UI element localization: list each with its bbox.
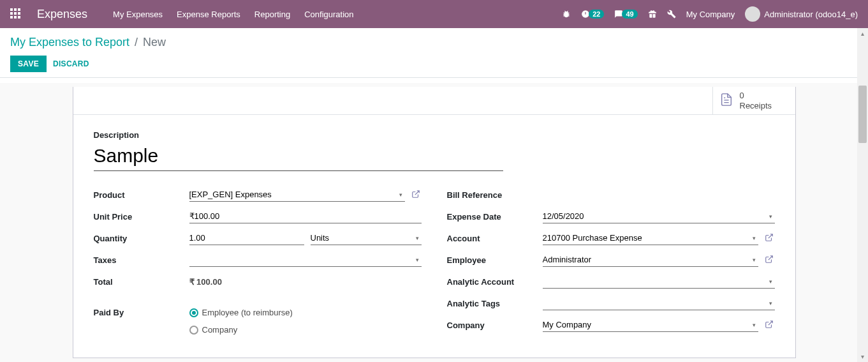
gift-icon[interactable] (648, 10, 657, 19)
breadcrumb: My Expenses to Report / New (10, 36, 858, 49)
analytic-account-label: Analytic Account (447, 277, 543, 287)
right-column: Bill Reference Expense Date ▾ Account (447, 186, 775, 345)
analytic-tags-label: Analytic Tags (447, 299, 543, 308)
tools-icon[interactable] (667, 10, 676, 19)
receipts-count: 0 (740, 91, 772, 101)
discard-button[interactable]: DISCARD (53, 59, 89, 68)
company-switcher[interactable]: My Company (686, 10, 735, 19)
external-link-icon[interactable] (765, 233, 775, 244)
employee-label: Employee (447, 255, 543, 265)
analytic-tags-input[interactable] (543, 296, 775, 310)
messages-button[interactable]: 49 (614, 10, 637, 19)
taxes-input[interactable] (189, 253, 422, 267)
breadcrumb-current: New (143, 36, 166, 49)
paid-by-company-radio[interactable]: Company (189, 325, 238, 335)
messages-badge: 49 (622, 10, 637, 19)
product-label: Product (94, 190, 189, 200)
scroll-up-icon[interactable]: ▴ (857, 28, 868, 39)
external-link-icon[interactable] (765, 320, 775, 331)
unit-price-label: Unit Price (94, 212, 189, 222)
account-label: Account (447, 234, 543, 243)
debug-icon[interactable] (562, 10, 571, 19)
bill-ref-label: Bill Reference (447, 190, 543, 200)
paid-by-employee-radio[interactable]: Employee (to reimburse) (189, 308, 293, 317)
breadcrumb-back[interactable]: My Expenses to Report (10, 36, 129, 49)
radio-checked-icon (189, 308, 198, 317)
save-button[interactable]: SAVE (10, 56, 47, 72)
menu-configuration[interactable]: Configuration (304, 10, 353, 19)
menu-expense-reports[interactable]: Expense Reports (177, 10, 240, 19)
menu-my-expenses[interactable]: My Expenses (113, 10, 163, 19)
avatar-icon (745, 6, 760, 22)
form-sheet: 0 Receipts Description Product ▾ (73, 87, 796, 358)
breadcrumb-separator: / (135, 36, 138, 49)
scrollbar-thumb[interactable] (858, 86, 867, 143)
systray: 22 49 My Company Administrator (odoo14_e… (562, 6, 858, 22)
product-input[interactable] (189, 188, 405, 202)
external-link-icon[interactable] (765, 255, 775, 266)
left-column: Product ▾ Unit Price (94, 186, 422, 345)
receipts-label: Receipts (740, 101, 772, 110)
taxes-label: Taxes (94, 255, 189, 265)
user-menu[interactable]: Administrator (odoo14_e) (745, 6, 858, 22)
paid-by-label: Paid By (94, 308, 189, 317)
vertical-scrollbar[interactable]: ▴ ▾ (857, 28, 868, 362)
scroll-down-icon[interactable]: ▾ (857, 351, 868, 362)
company-input[interactable] (543, 318, 758, 332)
document-icon (719, 93, 733, 109)
activities-button[interactable]: 22 (581, 10, 604, 19)
uom-input[interactable] (311, 231, 422, 245)
employee-input[interactable] (543, 253, 758, 267)
radio-unchecked-icon (189, 326, 198, 335)
analytic-account-input[interactable] (543, 275, 775, 289)
account-input[interactable] (543, 231, 758, 245)
quantity-input[interactable] (189, 231, 304, 245)
apps-icon[interactable] (10, 8, 22, 20)
total-label: Total (94, 277, 189, 287)
quantity-label: Quantity (94, 234, 189, 243)
main-navbar: Expenses My Expenses Expense Reports Rep… (0, 0, 868, 28)
description-label: Description (94, 130, 775, 140)
menu-reporting[interactable]: Reporting (254, 10, 290, 19)
control-panel: My Expenses to Report / New SAVE DISCARD (0, 28, 868, 78)
main-menu: My Expenses Expense Reports Reporting Co… (113, 10, 562, 19)
activities-badge: 22 (589, 10, 604, 19)
button-box: 0 Receipts (73, 87, 795, 115)
external-link-icon[interactable] (411, 190, 422, 200)
expense-date-label: Expense Date (447, 212, 543, 222)
company-label: Company (447, 321, 543, 330)
unit-price-input[interactable] (189, 209, 422, 223)
description-input[interactable] (94, 144, 503, 171)
expense-date-input[interactable] (543, 209, 775, 223)
total-value: ₹ 100.00 (189, 275, 222, 289)
receipts-stat-button[interactable]: 0 Receipts (712, 87, 795, 114)
app-brand[interactable]: Expenses (37, 8, 87, 21)
